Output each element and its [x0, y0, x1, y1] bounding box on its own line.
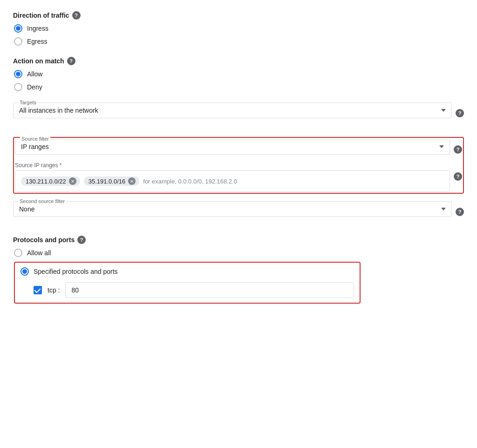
source-filter-section: Source filter IP ranges ? — [15, 139, 462, 155]
targets-dropdown-row: All instances in the network — [19, 107, 446, 114]
radio-specified-label: Specified protocols and ports — [34, 268, 118, 275]
protocols-content: Allow all Specified protocols and ports … — [14, 249, 464, 304]
source-filter-wrapper: Source filter IP ranges ? — [15, 139, 462, 155]
second-source-filter-arrow-icon[interactable] — [441, 208, 446, 210]
ip-tag-1-value: 35.191.0.0/16 — [89, 178, 126, 185]
radio-deny[interactable]: Deny — [14, 83, 464, 91]
required-star: * — [60, 162, 62, 169]
radio-specified-protocols[interactable]: Specified protocols and ports — [20, 267, 354, 276]
radio-allow-all[interactable]: Allow all — [14, 249, 464, 257]
source-ip-ranges-wrapper: Source IP ranges * 130.211.0.0/22 ✕ 35.1… — [15, 162, 462, 192]
source-filter-value: IP ranges — [21, 143, 49, 150]
action-on-match-section: Action on match ? Allow Deny — [13, 57, 464, 91]
ip-tag-0: 130.211.0.0/22 ✕ — [21, 176, 80, 186]
action-title-text: Action on match — [13, 57, 64, 65]
ip-ranges-placeholder: for example, 0.0.0.0/0, 192.168.2.0 — [143, 178, 237, 185]
radio-specified-circle[interactable] — [20, 267, 29, 276]
second-source-filter-help-icon[interactable]: ? — [456, 208, 464, 216]
protocols-title: Protocols and ports ? — [13, 236, 464, 244]
source-filter-field-content: Source filter IP ranges — [15, 139, 450, 155]
radio-allow-all-label: Allow all — [27, 249, 51, 257]
direction-title: Direction of traffic ? — [13, 11, 464, 20]
source-filter-dropdown-row: IP ranges — [21, 143, 444, 150]
second-source-filter-row: None — [19, 205, 446, 213]
source-filter-arrow-icon[interactable] — [439, 145, 444, 148]
direction-of-traffic-section: Direction of traffic ? Ingress Egress — [13, 11, 464, 46]
targets-dropdown[interactable]: Targets All instances in the network — [13, 102, 452, 118]
radio-allow-all-circle[interactable] — [14, 249, 22, 257]
targets-arrow-icon[interactable] — [441, 109, 446, 112]
action-radio-group: Allow Deny — [14, 70, 464, 91]
protocols-help-icon[interactable]: ? — [77, 236, 86, 244]
tcp-row: tcp : — [34, 282, 354, 298]
source-ip-ranges-section: Source IP ranges * 130.211.0.0/22 ✕ 35.1… — [15, 162, 462, 192]
second-source-filter-controls — [441, 208, 446, 210]
ip-tag-0-value: 130.211.0.0/22 — [26, 178, 66, 185]
protocols-section: Protocols and ports ? Allow all Specifie… — [13, 236, 464, 304]
direction-help-icon[interactable]: ? — [72, 11, 81, 20]
targets-controls — [441, 109, 446, 112]
radio-egress-label: Egress — [27, 38, 48, 45]
radio-deny-circle[interactable] — [14, 83, 22, 91]
source-ip-ranges-help-icon[interactable]: ? — [454, 172, 462, 181]
targets-field-label: Targets — [18, 100, 38, 105]
targets-value: All instances in the network — [19, 107, 98, 114]
radio-deny-label: Deny — [27, 83, 42, 91]
targets-section: Targets All instances in the network ? — [13, 102, 464, 126]
targets-field-content: Targets All instances in the network — [13, 102, 452, 126]
source-filter-dropdown[interactable]: Source filter IP ranges — [15, 139, 450, 155]
radio-ingress-circle[interactable] — [14, 24, 22, 33]
tcp-port-input[interactable] — [65, 282, 354, 298]
radio-egress-circle[interactable] — [14, 37, 22, 46]
source-ip-ranges-content: Source IP ranges * 130.211.0.0/22 ✕ 35.1… — [15, 162, 450, 192]
source-ip-label-text: Source IP ranges — [15, 162, 58, 169]
direction-radio-group: Ingress Egress — [14, 24, 464, 46]
ip-tag-1-close[interactable]: ✕ — [128, 177, 136, 185]
source-filter-field-label: Source filter — [20, 136, 50, 142]
ip-tag-1: 35.191.0.0/16 ✕ — [84, 176, 140, 186]
ip-tag-0-close[interactable]: ✕ — [69, 177, 76, 185]
second-source-filter-label: Second source filter — [18, 198, 66, 204]
source-filter-highlight-group: Source filter IP ranges ? Source IP rang… — [13, 137, 464, 194]
source-ip-ranges-label: Source IP ranges * — [15, 162, 450, 169]
second-source-filter-section: Second source filter None ? — [13, 201, 464, 224]
radio-ingress[interactable]: Ingress — [14, 24, 464, 33]
targets-wrapper: Targets All instances in the network ? — [13, 102, 464, 126]
direction-title-text: Direction of traffic — [13, 12, 69, 19]
radio-egress[interactable]: Egress — [14, 37, 464, 46]
second-source-filter-value: None — [19, 205, 34, 213]
radio-allow[interactable]: Allow — [14, 70, 464, 78]
source-filter-help-icon[interactable]: ? — [454, 145, 462, 154]
second-source-filter-dropdown[interactable]: Second source filter None — [13, 201, 452, 217]
targets-help-icon[interactable]: ? — [456, 109, 464, 117]
source-ip-ranges-field[interactable]: 130.211.0.0/22 ✕ 35.191.0.0/16 ✕ for exa… — [15, 170, 450, 192]
radio-allow-label: Allow — [27, 70, 42, 78]
tcp-checkbox[interactable] — [34, 286, 42, 294]
source-filter-controls — [439, 145, 444, 148]
second-source-filter-content: Second source filter None — [13, 201, 452, 224]
radio-allow-circle[interactable] — [14, 70, 22, 78]
second-source-filter-wrapper: Second source filter None ? — [13, 201, 464, 224]
specified-protocols-highlight: Specified protocols and ports tcp : — [14, 262, 361, 304]
radio-ingress-label: Ingress — [27, 25, 48, 32]
tcp-label-text: tcp : — [48, 286, 60, 294]
protocols-title-text: Protocols and ports — [13, 236, 75, 244]
action-title: Action on match ? — [13, 57, 464, 65]
action-help-icon[interactable]: ? — [67, 57, 75, 65]
